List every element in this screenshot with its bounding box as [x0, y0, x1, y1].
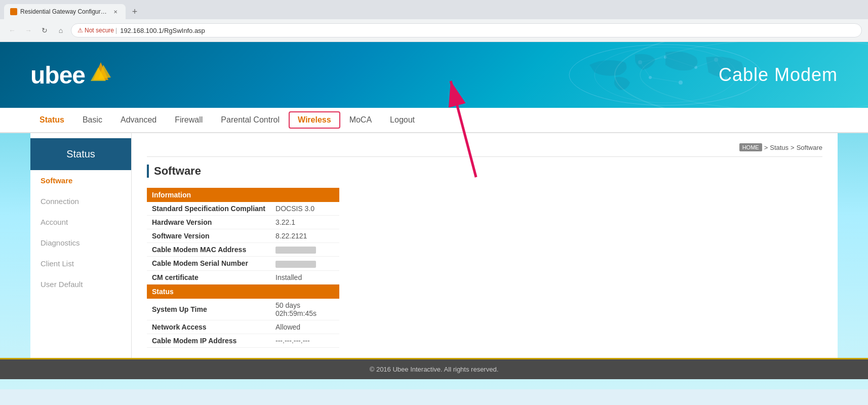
- table-row-sw-version: Software Version 8.22.2121: [147, 229, 339, 243]
- label-network-access: Network Access: [147, 320, 270, 334]
- table-row-network-access: Network Access Allowed: [147, 320, 339, 334]
- table-row-spec: Standard Specification Compliant DOCSIS …: [147, 202, 339, 216]
- svg-line-17: [650, 77, 681, 83]
- sidebar-item-diagnostics[interactable]: Diagnostics: [30, 232, 131, 253]
- tab-favicon: [10, 8, 17, 15]
- browser-chrome: Residential Gateway Configurati... ✕ + ←…: [0, 0, 868, 42]
- value-cert: Installed: [270, 270, 339, 284]
- value-serial: [270, 257, 339, 270]
- label-hw-version: Hardware Version: [147, 216, 270, 229]
- browser-address-bar: ← → ↻ ⌂ ⚠ Not secure | 192.168.100.1/RgS…: [0, 19, 868, 42]
- label-uptime: System Up Time: [147, 299, 270, 320]
- svg-line-13: [665, 57, 696, 67]
- logo-area: ubee: [30, 60, 113, 90]
- page-title: Software: [147, 165, 822, 178]
- nav-item-basic[interactable]: Basic: [73, 107, 111, 133]
- outer-background: ubee: [0, 42, 868, 389]
- breadcrumb-sep1: >: [764, 144, 768, 151]
- back-button[interactable]: ←: [6, 24, 18, 36]
- sidebar-header: Status: [30, 138, 131, 170]
- page-header: ubee: [0, 42, 868, 108]
- breadcrumb-part2: Software: [797, 144, 822, 151]
- forward-button[interactable]: →: [22, 24, 34, 36]
- svg-point-4: [595, 47, 736, 103]
- home-button[interactable]: ⌂: [55, 24, 67, 36]
- breadcrumb-sep2: >: [791, 144, 795, 151]
- content-flex: Status Software Connection Account Diagn…: [30, 133, 838, 358]
- top-divider: [147, 156, 822, 157]
- new-tab-button[interactable]: +: [128, 5, 142, 19]
- info-table: Information Standard Specification Compl…: [147, 188, 339, 348]
- label-mac: Cable Modem MAC Address: [147, 243, 270, 257]
- tab-title: Residential Gateway Configurati...: [20, 8, 108, 15]
- svg-line-12: [640, 57, 665, 62]
- nav-item-firewall[interactable]: Firewall: [166, 107, 212, 133]
- value-network-access: Allowed: [270, 320, 339, 334]
- url-text: 192.168.100.1/RgSwInfo.asp: [120, 27, 205, 34]
- breadcrumb-part1: Status: [770, 144, 788, 151]
- label-sw-version: Software Version: [147, 229, 270, 243]
- page-footer: © 2016 Ubee Interactive. All rights rese…: [0, 358, 868, 379]
- svg-point-7: [694, 66, 697, 69]
- nav-item-parental-control[interactable]: Parental Control: [212, 107, 289, 133]
- section-header-status: Status: [147, 284, 339, 299]
- label-spec: Standard Specification Compliant: [147, 202, 270, 216]
- footer-text: © 2016 Ubee Interactive. All rights rese…: [370, 366, 499, 373]
- section-header-information: Information: [147, 188, 339, 202]
- browser-tab-active[interactable]: Residential Gateway Configurati... ✕: [4, 4, 126, 19]
- nav-item-wireless[interactable]: Wireless: [289, 111, 340, 129]
- value-mac: [270, 243, 339, 257]
- sidebar-item-user-default[interactable]: User Default: [30, 274, 131, 295]
- header-title: Cable Modem: [719, 64, 838, 86]
- breadcrumb-home[interactable]: HOME: [739, 143, 762, 151]
- value-hw-version: 3.22.1: [270, 216, 339, 229]
- svg-point-8: [714, 58, 718, 62]
- table-row-ip: Cable Modem IP Address ---.---.---.---: [147, 334, 339, 347]
- serial-blurred: [275, 261, 316, 268]
- nav-item-logout[interactable]: Logout: [381, 107, 424, 133]
- nav-item-status[interactable]: Status: [30, 107, 73, 133]
- value-sw-version: 8.22.2121: [270, 229, 339, 243]
- logo-text: ubee: [30, 61, 85, 89]
- table-row-mac: Cable Modem MAC Address: [147, 243, 339, 257]
- svg-line-14: [696, 60, 716, 67]
- svg-point-10: [649, 76, 652, 79]
- value-spec: DOCSIS 3.0: [270, 202, 339, 216]
- sidebar-item-account[interactable]: Account: [30, 212, 131, 232]
- value-uptime: 50 days 02h:59m:45s: [270, 299, 339, 320]
- breadcrumb: HOME > Status > Software: [147, 143, 822, 151]
- logo-icon: [88, 60, 113, 85]
- refresh-button[interactable]: ↻: [38, 24, 51, 36]
- tab-close-button[interactable]: ✕: [111, 8, 120, 16]
- table-section-status: Status: [147, 284, 339, 299]
- mac-blurred: [275, 247, 316, 254]
- table-section-information: Information: [147, 188, 339, 202]
- table-row-serial: Cable Modem Serial Number: [147, 257, 339, 270]
- table-row-hw-version: Hardware Version 3.22.1: [147, 216, 339, 229]
- main-panel: HOME > Status > Software Software Inform…: [132, 133, 838, 358]
- nav-item-advanced[interactable]: Advanced: [111, 107, 166, 133]
- label-serial: Cable Modem Serial Number: [147, 257, 270, 270]
- label-cert: CM certificate: [147, 270, 270, 284]
- warning-icon: ⚠: [77, 27, 83, 34]
- svg-point-11: [679, 80, 683, 85]
- sidebar-item-client-list[interactable]: Client List: [30, 253, 131, 274]
- nav-bar: Status Basic Advanced Firewall Parental …: [0, 108, 868, 133]
- table-row-cert: CM certificate Installed: [147, 270, 339, 284]
- content-area: Status Software Connection Account Diagn…: [30, 133, 838, 358]
- value-ip: ---.---.---.---: [270, 334, 339, 347]
- sidebar: Status Software Connection Account Diagn…: [30, 133, 132, 358]
- sidebar-item-software[interactable]: Software: [30, 170, 131, 191]
- browser-tabs: Residential Gateway Configurati... ✕ +: [0, 0, 868, 19]
- svg-point-5: [638, 60, 642, 64]
- sidebar-item-connection[interactable]: Connection: [30, 191, 131, 212]
- nav-item-moca[interactable]: MoCA: [340, 107, 381, 133]
- label-ip: Cable Modem IP Address: [147, 334, 270, 347]
- svg-point-6: [664, 56, 667, 59]
- security-warning: ⚠ Not secure |: [77, 27, 117, 34]
- table-row-uptime: System Up Time 50 days 02h:59m:45s: [147, 299, 339, 320]
- svg-line-16: [640, 62, 650, 77]
- address-bar[interactable]: ⚠ Not secure | 192.168.100.1/RgSwInfo.as…: [71, 23, 862, 37]
